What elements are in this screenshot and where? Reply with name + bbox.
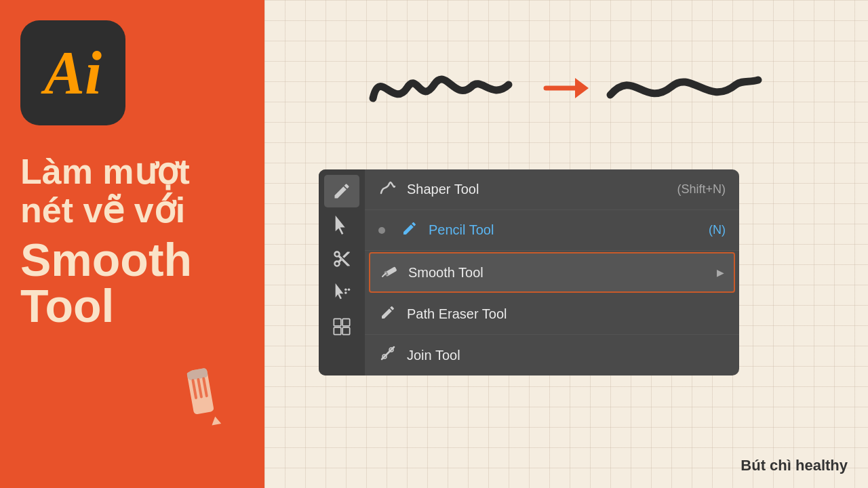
right-panel: Shaper Tool (Shift+N) Pencil Tool (N): [264, 0, 868, 488]
rough-wave-svg: [366, 47, 529, 129]
smooth-tool-item[interactable]: Smooth Tool ▶: [369, 252, 735, 293]
svg-rect-13: [334, 327, 341, 335]
sidebar-grid-icon[interactable]: [324, 310, 359, 343]
left-panel: Ai Làm mượt nét vẽ với Smooth Tool: [0, 0, 264, 488]
smooth-wave-svg: [604, 47, 766, 129]
pencil-tool-label: Pencil Tool: [429, 222, 699, 238]
pencil-tool-item[interactable]: Pencil Tool (N): [365, 210, 739, 251]
ai-logo: Ai: [20, 20, 125, 125]
sidebar-pencil-icon[interactable]: [324, 175, 359, 207]
svg-marker-7: [575, 78, 589, 98]
sidebar-scissors-icon[interactable]: [324, 243, 359, 275]
smooth-tool-label: Smooth Tool: [408, 265, 702, 281]
pencil-sidebar-icon: [332, 182, 351, 201]
smooth-tool-submenu-arrow: ▶: [717, 267, 724, 278]
tool-list: Shaper Tool (Shift+N) Pencil Tool (N): [365, 169, 739, 375]
shaper-tool-label: Shaper Tool: [407, 182, 667, 197]
svg-rect-14: [342, 327, 350, 335]
title-smooth-tool: Smooth Tool: [20, 237, 192, 329]
path-eraser-tool-icon: [378, 304, 397, 325]
cursor-sidebar-icon: [332, 216, 351, 235]
shaper-tool-item[interactable]: Shaper Tool (Shift+N): [365, 169, 739, 210]
arrow-svg: [542, 71, 590, 105]
svg-point-8: [344, 289, 347, 291]
svg-point-9: [348, 289, 351, 291]
svg-point-10: [344, 291, 347, 294]
join-tool-label: Join Tool: [407, 348, 726, 363]
tool-sidebar: [319, 169, 365, 375]
svg-rect-11: [334, 319, 341, 326]
ai-logo-text: Ai: [44, 43, 102, 104]
sidebar-cursor-icon[interactable]: [324, 209, 359, 241]
pencil-decoration-icon: [170, 352, 258, 444]
grid-sidebar-icon: [332, 317, 351, 336]
cursor-dots-sidebar-icon: [332, 283, 351, 302]
join-tool-item[interactable]: Join Tool: [365, 335, 739, 375]
title-line1: Làm mượt nét vẽ với: [20, 152, 190, 230]
sidebar-cursor-dots-icon[interactable]: [324, 277, 359, 309]
branding: Bút chì healthy: [741, 457, 848, 474]
pencil-tool-shortcut: (N): [709, 223, 726, 237]
smooth-tool-icon: [380, 262, 399, 283]
path-eraser-tool-label: Path Eraser Tool: [407, 306, 726, 322]
svg-marker-1: [210, 415, 221, 425]
pencil-tool-icon: [400, 220, 419, 241]
branding-text: Bút chì healthy: [741, 457, 848, 474]
svg-line-17: [382, 273, 386, 277]
scissors-sidebar-icon: [332, 249, 351, 268]
path-eraser-tool-item[interactable]: Path Eraser Tool: [365, 294, 739, 335]
svg-rect-12: [342, 319, 350, 326]
tool-menu: Shaper Tool (Shift+N) Pencil Tool (N): [319, 169, 739, 375]
pencil-active-dot: [378, 227, 385, 234]
join-tool-icon: [378, 345, 397, 365]
shaper-tool-shortcut: (Shift+N): [677, 182, 726, 197]
wavy-area: [278, 20, 854, 156]
shaper-tool-icon: [378, 180, 397, 200]
